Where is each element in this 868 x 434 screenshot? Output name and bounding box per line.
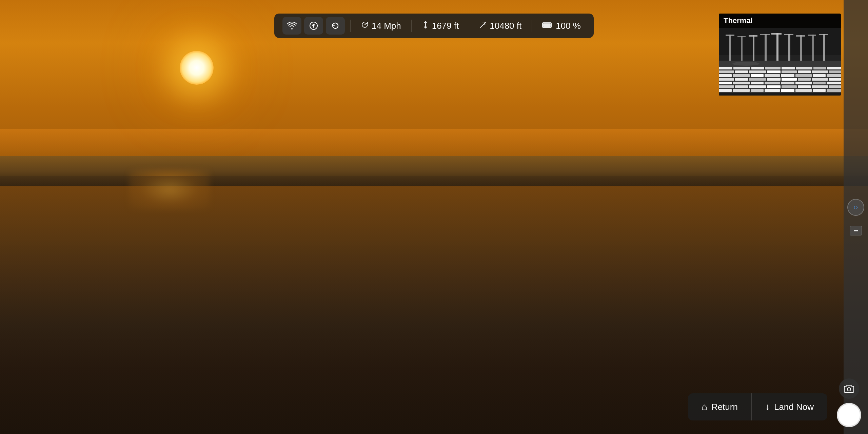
svg-rect-522: [719, 78, 734, 81]
svg-rect-524: [749, 78, 766, 81]
svg-rect-484: [765, 34, 767, 62]
bottom-bar: ⌂ Return ↓ Land Now: [688, 393, 827, 420]
horizon-glow: [0, 129, 868, 156]
svg-rect-483: [749, 35, 757, 37]
sun: [180, 51, 214, 85]
svg-rect-494: [823, 34, 825, 62]
svg-rect-539: [735, 85, 748, 88]
svg-rect-490: [800, 35, 802, 62]
svg-rect-531: [733, 82, 750, 84]
svg-rect-481: [737, 36, 746, 37]
return-label: Return: [711, 402, 738, 412]
svg-rect-511: [798, 70, 811, 73]
svg-rect-523: [735, 78, 748, 81]
altitude-icon: [422, 21, 429, 30]
shutter-button[interactable]: [837, 403, 861, 427]
svg-rect-482: [753, 35, 754, 62]
land-now-icon: ↓: [765, 401, 770, 412]
thermal-visualization: [719, 28, 841, 96]
thermal-panel: Thermal: [719, 14, 841, 96]
svg-rect-551: [795, 89, 812, 92]
thermal-header: Thermal: [719, 14, 841, 28]
svg-rect-510: [782, 70, 797, 73]
return-button[interactable]: ⌂ Return: [688, 393, 751, 420]
svg-rect-540: [749, 85, 766, 88]
svg-rect-487: [771, 33, 782, 35]
svg-point-555: [847, 388, 851, 391]
svg-rect-538: [719, 85, 734, 88]
svg-rect-541: [767, 85, 781, 88]
svg-rect-492: [812, 35, 814, 62]
svg-rect-489: [784, 34, 793, 35]
svg-rect-526: [782, 78, 797, 81]
svg-rect-554: [719, 93, 841, 96]
thermal-label: Thermal: [724, 16, 753, 25]
refresh-button[interactable]: [326, 17, 345, 35]
svg-rect-493: [808, 35, 816, 36]
svg-rect-512: [812, 70, 828, 73]
svg-rect-542: [782, 85, 797, 88]
svg-rect-550: [781, 89, 794, 92]
svg-rect-488: [788, 34, 790, 62]
svg-rect-485: [760, 34, 770, 35]
svg-rect-498: [719, 67, 732, 69]
svg-rect-503: [796, 67, 812, 69]
svg-rect-504: [813, 67, 826, 69]
svg-rect-519: [795, 74, 812, 77]
svg-rect-505: [827, 67, 841, 69]
svg-rect-515: [733, 74, 750, 77]
hud-altitude-stat: 1679 ft: [417, 21, 464, 31]
svg-rect-479: [726, 35, 734, 36]
svg-rect-545: [829, 85, 841, 88]
battery-icon: [542, 21, 553, 30]
svg-rect-499: [733, 67, 750, 69]
land-now-button[interactable]: ↓ Land Now: [751, 393, 827, 420]
hud-speed-stat: 14 Mph: [356, 21, 406, 31]
hud-bar: 14 Mph 1679 ft 10480 ft 100 %: [274, 14, 594, 38]
hud-altitude-value: 1679 ft: [432, 21, 459, 31]
svg-rect-534: [781, 82, 794, 84]
hud-divider-2: [411, 20, 412, 32]
svg-rect-546: [719, 89, 732, 92]
svg-rect-536: [813, 82, 826, 84]
right-controls: ○ −: [844, 0, 868, 434]
svg-rect-486: [776, 33, 778, 62]
svg-rect-528: [812, 78, 828, 81]
hud-distance-value: 10480 ft: [490, 21, 521, 31]
wifi-button[interactable]: [282, 17, 301, 35]
svg-rect-500: [751, 67, 764, 69]
svg-rect-543: [798, 85, 811, 88]
svg-rect-491: [796, 35, 805, 37]
svg-point-497: [732, 62, 760, 66]
svg-rect-520: [813, 74, 826, 77]
camera-button[interactable]: [839, 378, 859, 399]
svg-rect-518: [781, 74, 794, 77]
svg-rect-501: [765, 67, 781, 69]
svg-rect-521: [827, 74, 841, 77]
svg-rect-527: [798, 78, 811, 81]
hud-battery-value: 100 %: [556, 21, 581, 31]
upload-button[interactable]: [304, 17, 323, 35]
svg-rect-537: [827, 82, 841, 84]
orbit-button[interactable]: ○: [847, 199, 864, 216]
svg-rect-477: [719, 28, 841, 55]
return-icon: ⌂: [702, 401, 707, 412]
svg-rect-535: [795, 82, 812, 84]
svg-rect-529: [829, 78, 841, 81]
svg-rect-473: [543, 23, 551, 27]
svg-rect-502: [782, 67, 795, 69]
svg-rect-480: [741, 36, 743, 62]
hud-divider-1: [350, 20, 351, 32]
hud-speed-value: 14 Mph: [372, 21, 401, 31]
thermal-image: [719, 28, 841, 96]
svg-rect-525: [767, 78, 781, 81]
hud-divider-3: [469, 20, 469, 32]
hud-battery-stat: 100 %: [537, 21, 586, 31]
svg-rect-509: [767, 70, 781, 73]
speed-icon: [361, 21, 369, 31]
svg-rect-495: [819, 34, 828, 35]
svg-rect-533: [765, 82, 780, 84]
hud-divider-4: [532, 20, 532, 32]
svg-rect-516: [751, 74, 764, 77]
zoom-minus-button[interactable]: −: [850, 226, 862, 235]
